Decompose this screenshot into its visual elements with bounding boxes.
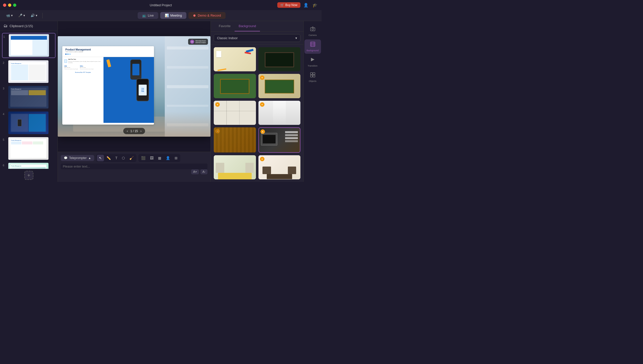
camera-sidebar-btn[interactable]: Camera xyxy=(304,24,321,38)
speaker-icon: 🔊 xyxy=(31,14,35,17)
slide-number: 1 xyxy=(3,34,7,38)
canvas-area: Product Management Click here to add a s… xyxy=(58,21,210,182)
bg-meeting-room[interactable]: Meeting Room xyxy=(214,155,256,179)
chevron-icon: ▾ xyxy=(23,14,25,17)
bg-old-library[interactable]: ♦ Old Library xyxy=(214,127,256,152)
bg-window-shadow[interactable]: ♦ Window Shadow xyxy=(214,101,256,125)
teleprompter-button[interactable]: 💬 Teleprompter ▲ xyxy=(61,155,94,161)
transition-sidebar-btn[interactable]: Transition xyxy=(304,55,321,69)
prev-slide-btn[interactable]: ‹ xyxy=(127,129,128,133)
bg-thumb-chalkboard-green xyxy=(214,74,256,98)
svg-rect-12 xyxy=(310,75,312,77)
select-tool-btn[interactable]: ↖ xyxy=(97,155,104,161)
slide-body: Add The Text This text is the extraction… xyxy=(62,57,154,123)
pen-icon: ✏️ xyxy=(106,156,111,160)
slide-header: Product Management Click here to add a s… xyxy=(62,46,154,57)
template-link: BusinessPlan PPT Template xyxy=(64,72,101,73)
main-layout: 🗂 Clipboard (1/15) 1 xyxy=(0,21,322,182)
image-icon: 🖼 xyxy=(150,156,153,160)
bg-green-chalkboard[interactable]: Green Chalkboard xyxy=(214,74,256,98)
meeting-icon: 📊 xyxy=(165,14,169,17)
meeting-button[interactable]: 📊 Meeting xyxy=(160,12,186,19)
background-sidebar-btn[interactable]: Background xyxy=(304,39,321,54)
close-btn[interactable] xyxy=(3,4,6,7)
live-button[interactable]: 📺 Live xyxy=(138,12,158,19)
toolbar-divider xyxy=(42,13,43,18)
maximize-btn[interactable] xyxy=(13,4,16,7)
next-slide-btn[interactable]: › xyxy=(140,129,141,133)
objects-sidebar-btn[interactable]: Objects xyxy=(304,70,321,84)
cursor-icon: ↖ xyxy=(99,156,102,160)
demo-record-button[interactable]: ⏺ Demo & Record xyxy=(188,12,225,19)
font-decrease-btn[interactable]: A- xyxy=(200,169,207,174)
slide-counter: 1 / 15 xyxy=(130,129,138,133)
teleprompter-icon: 💬 xyxy=(64,156,68,160)
more-btn[interactable]: ⊞ xyxy=(173,155,180,161)
user-icon-btn[interactable]: 👤 xyxy=(302,2,309,9)
slide-number: 2 xyxy=(3,60,6,64)
svg-rect-4 xyxy=(310,42,315,46)
camera-group: 📹 ▾ 🎤 ▾ 🔊 ▾ xyxy=(4,13,39,18)
slide-number: 6 xyxy=(3,163,6,167)
titlebar-right: 🛒 Buy Now 👤 🎓 xyxy=(277,2,318,9)
top-toolbar: 📹 ▾ 🎤 ▾ 🔊 ▾ 📺 Live 📊 Meeting ⏺ Demo & Re… xyxy=(0,10,322,21)
slide-item[interactable]: 6 Product Management xyxy=(2,162,56,169)
more-icon: ⊞ xyxy=(175,156,178,160)
slide-item[interactable]: 2 Product Management xyxy=(2,60,56,84)
pen-tool-btn[interactable]: ✏️ xyxy=(104,155,113,161)
bg-black-chalkboard[interactable]: Black Chalkboard xyxy=(258,47,301,71)
media-tools: ⬛ 🖼 ▦ 👤 ⊞ xyxy=(138,154,180,162)
speaker-btn[interactable]: 🔊 ▾ xyxy=(29,13,39,18)
text-icon: T xyxy=(115,156,118,160)
person-btn[interactable]: 👤 xyxy=(164,155,172,161)
bg-thumb-dining: ♦ xyxy=(258,155,301,179)
premium-badge: ♦ xyxy=(260,102,264,107)
mic-btn[interactable]: 🎤 ▾ xyxy=(16,13,27,18)
graduation-icon-btn[interactable]: 🎓 xyxy=(311,2,318,9)
shape-tool-btn[interactable]: ⬡ xyxy=(120,155,127,161)
bg-school-supplies[interactable]: School Supplies xyxy=(214,47,256,71)
bg-thumb-classroom: ♦ xyxy=(258,74,301,98)
font-increase-btn[interactable]: A+ xyxy=(191,169,199,174)
bg-modern-classroom[interactable]: ♦ Modern Classroom xyxy=(258,74,301,98)
slide-stats: 689 Add The Text This text is the extrac… xyxy=(64,65,101,70)
slide-item[interactable]: 4 xyxy=(2,111,56,135)
bg-modern-working[interactable]: ♦ Modern Working D. xyxy=(258,127,301,152)
buy-now-button[interactable]: 🛒 Buy Now xyxy=(277,2,300,8)
screen-capture-btn[interactable]: ⬛ xyxy=(139,155,147,161)
canvas-navigation: ‹ 1 / 15 › xyxy=(123,128,145,134)
stat1-label: Add The Text xyxy=(64,67,78,68)
person-icon: 👤 xyxy=(166,156,170,160)
category-dropdown[interactable]: Classic Indoor ▾ xyxy=(214,34,300,42)
image-btn[interactable]: 🖼 xyxy=(148,155,155,161)
slide-item[interactable]: 1 xyxy=(2,33,56,58)
layout-btn[interactable]: ▦ xyxy=(156,155,163,161)
eraser-tool-btn[interactable]: 🧹 xyxy=(127,155,136,161)
svg-rect-10 xyxy=(310,73,312,75)
camera-sidebar-icon xyxy=(310,26,315,33)
chevron-icon: ▾ xyxy=(11,14,13,17)
slide-thumbnail xyxy=(8,112,48,134)
bg-white-hallway[interactable]: ♦ White Hallway xyxy=(258,101,301,125)
text-tool-btn[interactable]: T xyxy=(113,155,120,161)
dropdown-row: Classic Indoor ▾ xyxy=(211,32,303,45)
slide-item[interactable]: 3 Product Management xyxy=(2,85,56,109)
teleprompter-input[interactable] xyxy=(61,164,207,169)
svg-point-2 xyxy=(314,28,314,29)
slide-number: 4 xyxy=(3,112,6,116)
add-slide-button[interactable]: + xyxy=(24,171,33,180)
bottom-toolbar: 💬 Teleprompter ▲ ↖ ✏️ T ⬡ xyxy=(58,152,210,182)
minimize-btn[interactable] xyxy=(8,4,11,7)
layout-icon: ▦ xyxy=(158,156,161,160)
teleprompter-row: 💬 Teleprompter ▲ ↖ ✏️ T ⬡ xyxy=(61,154,207,162)
stat2-sub: This text is the extraction of your thou… xyxy=(80,69,93,70)
slides-title: Clipboard (1/15) xyxy=(10,24,33,28)
tab-background[interactable]: Background xyxy=(235,21,260,31)
tab-favorite[interactable]: Favorite xyxy=(215,21,235,31)
svg-rect-0 xyxy=(310,28,315,31)
slide-item[interactable]: 5 Product Management xyxy=(2,136,56,161)
svg-point-1 xyxy=(312,28,313,30)
right-panel: Favorite Background Classic Indoor ▾ xyxy=(210,21,303,182)
camera-btn[interactable]: 📹 ▾ xyxy=(4,13,15,18)
bg-dining-room[interactable]: ♦ Dining Room xyxy=(258,155,301,179)
